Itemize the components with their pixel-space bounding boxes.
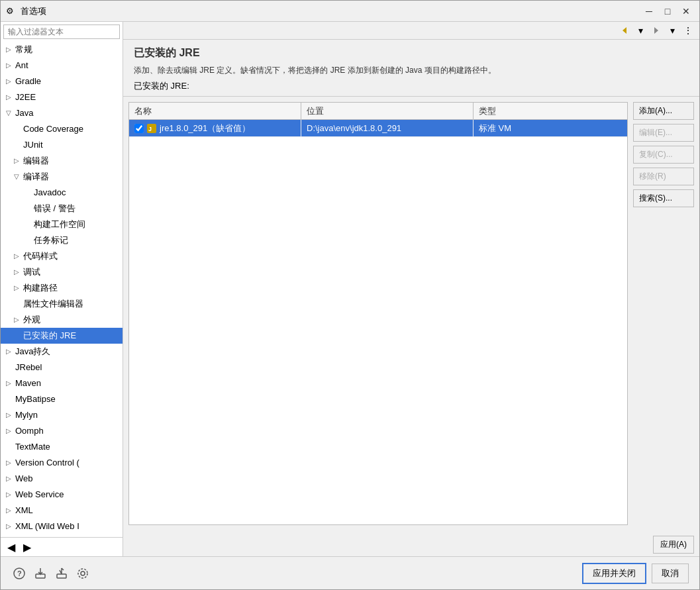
bottom-left-icons: ?: [11, 565, 577, 581]
sidebar-item-label: 构建工作空间: [34, 218, 85, 231]
sidebar-item-build-workspace[interactable]: 构建工作空间: [1, 217, 123, 232]
sidebar-item-label: 外观: [23, 313, 40, 326]
sidebar-item-label: J2EE: [15, 91, 36, 104]
sidebar-item-mybatipse[interactable]: MyBatipse: [1, 391, 123, 407]
sidebar-item-j2ee[interactable]: ▷ J2EE: [1, 89, 123, 105]
sidebar-item-appearance[interactable]: ▷ 外观: [1, 312, 123, 328]
sidebar-item-task-tags[interactable]: 任务标记: [1, 232, 123, 248]
remove-button[interactable]: 移除(R): [633, 168, 694, 185]
sidebar-item-web[interactable]: ▷ Web: [1, 471, 123, 487]
import-icon: [56, 567, 68, 579]
action-buttons: 添加(A)... 编辑(E)... 复制(C)... 移除(R) 搜索(S)..…: [628, 102, 694, 525]
title-bar: ⚙ 首选项 ─ □ ✕: [1, 1, 699, 22]
preferences-window: ⚙ 首选项 ─ □ ✕ ▷ 常规 ▷ Ant ▷: [0, 0, 700, 590]
help-icon: ?: [13, 567, 25, 579]
sidebar-item-code-coverage[interactable]: Code Coverage: [1, 121, 123, 137]
sidebar-item-java-persistence[interactable]: ▷ Java持久: [1, 344, 123, 360]
sidebar-item-errors-warnings[interactable]: 错误 / 警告: [1, 201, 123, 217]
edit-button[interactable]: 编辑(E)...: [633, 124, 694, 142]
tree-container: ▷ 常规 ▷ Ant ▷ Gradle ▷ J2EE ▽ Java: [1, 42, 123, 537]
sidebar-item-compiler[interactable]: ▽ 编译器: [1, 169, 123, 185]
sidebar-item-maven[interactable]: ▷ Maven: [1, 375, 123, 391]
window-controls: ─ □ ✕: [641, 3, 694, 19]
svg-point-8: [81, 571, 85, 575]
sidebar-item-xml-wild-web[interactable]: ▷ XML (Wild Web I: [1, 518, 123, 534]
sidebar-item-ant[interactable]: ▷ Ant: [1, 58, 123, 74]
scroll-left-button[interactable]: ◀: [3, 539, 19, 555]
sidebar-item-label: Web Service: [15, 488, 64, 501]
bottom-bar: ?: [1, 556, 699, 589]
search-button[interactable]: 搜索(S)...: [633, 189, 694, 207]
copy-button[interactable]: 复制(C)...: [633, 146, 694, 164]
import-button[interactable]: [54, 565, 70, 581]
sidebar-item-java[interactable]: ▽ Java: [1, 105, 123, 121]
jre-icon: J: [146, 123, 157, 134]
close-button[interactable]: ✕: [678, 3, 694, 19]
sidebar-item-mylyn[interactable]: ▷ Mylyn: [1, 407, 123, 423]
expand-icon: ▷: [14, 281, 22, 295]
svg-text:J: J: [148, 126, 152, 132]
sidebar-item-oomph[interactable]: ▷ Oomph: [1, 423, 123, 439]
sidebar-item-label: Java持久: [15, 345, 50, 358]
minimize-button[interactable]: ─: [641, 3, 657, 19]
sidebar-item-code-style[interactable]: ▷ 代码样式: [1, 248, 123, 264]
jre-type-cell: 标准 VM: [474, 120, 627, 136]
forward-button[interactable]: [649, 23, 664, 38]
menu-button[interactable]: ⋮: [681, 23, 695, 38]
expand-icon: ▽: [14, 170, 22, 183]
sidebar-item-junit[interactable]: JUnit: [1, 137, 123, 153]
main-content: ▷ 常规 ▷ Ant ▷ Gradle ▷ J2EE ▽ Java: [1, 22, 699, 556]
sidebar-item-label: Mylyn: [15, 409, 38, 422]
back-button[interactable]: [617, 23, 632, 38]
jre-checkbox[interactable]: [134, 124, 144, 133]
sidebar-item-installed-jre[interactable]: 已安装的 JRE: [1, 328, 123, 344]
filter-input[interactable]: [3, 25, 120, 39]
expand-icon: ▷: [14, 266, 22, 279]
table-header: 名称 位置 类型: [129, 103, 627, 120]
expand-icon: ▷: [6, 472, 14, 485]
sidebar-item-label: Ant: [15, 59, 28, 72]
sidebar-item-web-service[interactable]: ▷ Web Service: [1, 487, 123, 503]
sidebar-item-xml[interactable]: ▷ XML: [1, 503, 123, 518]
sidebar-item-label: 调试: [23, 266, 40, 279]
table-row[interactable]: J jre1.8.0_291（缺省值） D:\java\env\jdk1.8.0…: [129, 120, 627, 137]
apply-close-button[interactable]: 应用并关闭: [582, 563, 646, 584]
jre-table: 名称 位置 类型 J jre1.8.0_29: [128, 102, 628, 525]
sidebar-item-property-editor[interactable]: 属性文件编辑器: [1, 296, 123, 312]
add-button[interactable]: 添加(A)...: [633, 102, 694, 120]
panel-title: 已安装的 JRE: [134, 46, 689, 60]
expand-icon: ▷: [6, 409, 14, 422]
sidebar-item-debug[interactable]: ▷ 调试: [1, 264, 123, 280]
svg-point-9: [78, 569, 87, 578]
sidebar-item-label: TextMate: [15, 440, 50, 454]
expand-icon: ▷: [14, 250, 22, 263]
expand-icon: ▷: [6, 91, 14, 104]
sidebar-item-textmate[interactable]: TextMate: [1, 439, 123, 455]
sidebar-item-label: XML (Wild Web I: [15, 520, 79, 533]
sidebar-item-javadoc[interactable]: Javadoc: [1, 185, 123, 201]
sidebar-item-gradle[interactable]: ▷ Gradle: [1, 74, 123, 89]
sidebar-item-label: 代码样式: [23, 250, 58, 263]
export-icon: [34, 567, 46, 579]
back-dropdown-button[interactable]: ▾: [633, 23, 648, 38]
expand-icon: ▷: [6, 377, 14, 390]
forward-dropdown-button[interactable]: ▾: [665, 23, 679, 38]
expand-icon: ▷: [6, 504, 14, 517]
sidebar-item-jrebel[interactable]: JRebel: [1, 360, 123, 375]
expand-icon: ▽: [6, 107, 14, 120]
sidebar-item-build-path[interactable]: ▷ 构建路径: [1, 280, 123, 296]
col-location-header: 位置: [301, 103, 474, 119]
sidebar-item-editor[interactable]: ▷ 编辑器: [1, 153, 123, 169]
sidebar-item-changui[interactable]: ▷ 常规: [1, 42, 123, 58]
apply-corner-button[interactable]: 应用(A): [653, 536, 694, 554]
cancel-button[interactable]: 取消: [652, 564, 689, 583]
sidebar-item-label: 属性文件编辑器: [23, 297, 83, 311]
maximize-button[interactable]: □: [660, 3, 675, 19]
scroll-right-button[interactable]: ▶: [19, 539, 35, 555]
help-button[interactable]: ?: [11, 565, 27, 581]
settings-button[interactable]: [75, 565, 91, 581]
sidebar-item-label: 错误 / 警告: [34, 202, 75, 215]
sidebar-item-version-control[interactable]: ▷ Version Control (: [1, 455, 123, 471]
panel-subtitle: 已安装的 JRE:: [134, 80, 689, 92]
export-button[interactable]: [32, 565, 48, 581]
